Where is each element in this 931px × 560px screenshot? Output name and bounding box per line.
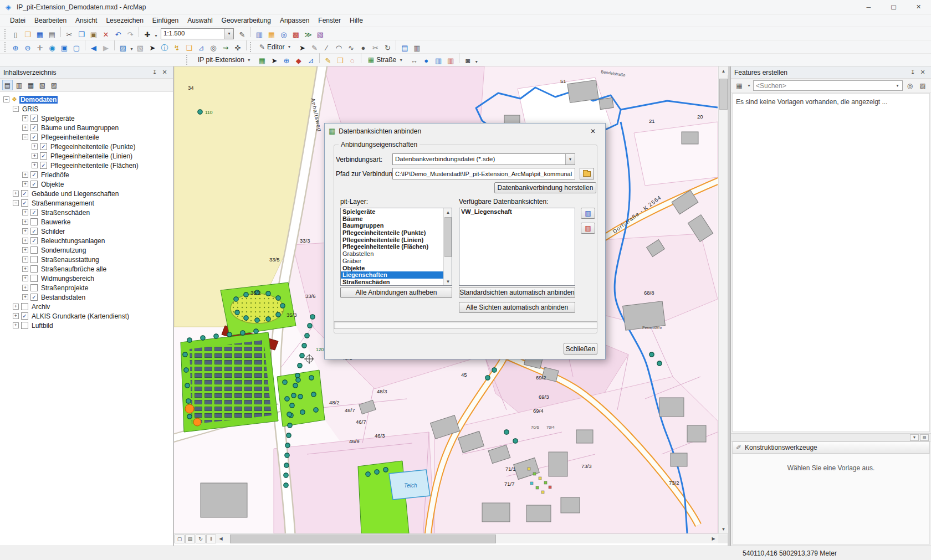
pit-select-tool-icon[interactable]: ➤ [269,55,280,66]
layer-checkbox[interactable] [21,322,28,329]
layer-list-item[interactable]: Pflegeeinheitenteile (Flächen) [341,243,443,250]
toc-item-schilder[interactable]: +✓Schilder [0,227,173,236]
layer-list-item[interactable]: Straßenschäden [341,279,443,286]
layer-checkbox[interactable]: ✓ [21,190,28,197]
toc-item-friedhöfe[interactable]: +✓Friedhöfe [0,170,173,179]
search-window-icon[interactable]: ◎ [278,29,289,40]
arc-segment-icon[interactable]: ◠ [333,42,344,53]
layer-list-item[interactable]: Gräber [341,258,443,265]
close-panel-icon[interactable]: ✕ [160,69,170,76]
layer-list-item[interactable]: Pflegeeinheitenteile (Punkte) [341,229,443,237]
add-data-dropdown-icon[interactable]: ▾ [154,33,158,38]
fixed-zoom-in-icon[interactable]: ▣ [59,42,70,53]
map-horizontal-scrollbar[interactable] [226,535,709,543]
refresh-view-button[interactable]: ↻ [196,535,206,543]
toc-item-bestandsdaten[interactable]: +✓Bestandsdaten [0,292,173,302]
menu-auswahl[interactable]: Auswahl [183,16,217,25]
toc-item-luftbild[interactable]: +Luftbild [0,321,173,330]
menu-bearbeiten[interactable]: Bearbeiten [30,16,71,25]
pit-layer-list[interactable]: SpielgeräteBäumeBaumgruppenPflegeeinheit… [340,208,452,286]
delete-icon[interactable]: ✕ [100,29,111,40]
rotate-tool-icon[interactable]: ↻ [382,42,393,53]
layer-checkbox[interactable]: ✓ [30,133,38,141]
print-icon[interactable]: ▤ [47,29,58,40]
strasse-dropdown-icon[interactable]: ▾ [398,58,403,63]
snapshot-icon[interactable]: ◙ [462,55,473,66]
toc-item-bauwerke[interactable]: +Bauwerke [0,217,173,227]
maximize-button[interactable]: ▢ [881,0,906,14]
toolbar-grip[interactable] [4,42,7,52]
scroll-down-icon[interactable]: ▼ [719,525,728,533]
collapse-icon[interactable]: − [22,134,28,140]
identify-icon[interactable]: ⓘ [159,43,170,54]
scroll-left-icon[interactable]: ◀ [216,535,226,543]
layout-view-button[interactable]: ▤ [185,535,195,543]
unbind-all-button[interactable]: Alle Anbindungen aufheben [340,287,452,298]
layer-list-item[interactable]: Objekte [341,265,443,272]
layer-checkbox[interactable]: ✓ [30,228,38,235]
snapshot-dropdown-icon[interactable]: ▾ [474,59,479,64]
layer-checkbox[interactable]: ✓ [30,124,38,131]
html-popup-icon[interactable]: ❏ [183,42,195,53]
expand-icon[interactable]: + [22,219,28,225]
all-views-button[interactable]: Alle Sichten automatisch anbinden [459,302,575,313]
edit-session-icon[interactable]: ✎ [237,29,248,40]
layer-list-scrollbar[interactable]: ▲ ▼ [443,208,452,285]
layer-list-item[interactable]: Bäume [341,215,443,223]
toc-item-gebäude-und-liegenschaften[interactable]: +✓Gebäude und Liegenschaften [0,189,173,198]
edit-annotation-tool-icon[interactable]: ✎ [309,42,320,53]
pit-db-connect-icon[interactable]: ◌ [347,55,358,66]
pit-extension-dropdown-icon[interactable]: ▾ [247,58,252,63]
toc-item-straßenmanagement[interactable]: −✓Straßenmanagement [0,198,173,208]
search-dropdown-icon[interactable]: ▾ [895,83,900,88]
select-elements-icon[interactable]: ➤ [147,42,158,53]
new-document-icon[interactable]: ▯ [10,29,21,40]
previous-extent-icon[interactable]: ◀ [88,42,99,53]
toc-item-sondernutzung[interactable]: +Sondernutzung [0,245,173,255]
toc-item-demodaten[interactable]: −❖Demodaten [0,95,173,104]
pit-extension-menu[interactable]: IP pit-Extension ▾ [192,54,255,65]
edit-tool-icon[interactable]: ➤ [296,42,308,53]
layer-checkbox[interactable] [30,284,38,291]
verbindungsart-dropdown-icon[interactable]: ▾ [565,154,575,165]
panel-options-icon[interactable]: ▨ [917,80,928,91]
expand-icon[interactable]: + [22,256,28,263]
expand-icon[interactable]: + [22,181,28,187]
toc-item-spielgeräte[interactable]: +✓Spielgeräte [0,114,173,123]
toc-item-widmungsbereich[interactable]: +Widmungsbereich [0,274,173,283]
editor-menu[interactable]: ✎ Editor ▾ [256,42,295,53]
scale-combobox[interactable]: 1:1.500 ▾ [161,28,234,39]
pause-drawing-button[interactable]: ‖ [206,535,216,543]
database-views-list[interactable]: VW_Liegenschaft [459,208,575,286]
find-route-icon[interactable]: ⇝ [220,42,231,53]
scroll-up-icon[interactable]: ▲ [444,208,452,216]
expand-icon[interactable]: + [13,304,19,310]
select-features-dropdown-icon[interactable]: ▾ [129,47,134,52]
attributes-window-icon[interactable]: ▤ [399,42,410,53]
expand-icon[interactable]: + [22,285,28,291]
menu-datei[interactable]: Datei [6,16,30,25]
close-button[interactable]: ✕ [906,0,931,14]
layer-checkbox[interactable]: ✓ [30,115,38,122]
expand-icon[interactable]: + [13,322,19,328]
save-icon[interactable]: ▦ [34,29,45,40]
catalog-window-icon[interactable]: ▦ [266,29,277,40]
layer-list-item[interactable]: Liegenschaften [341,271,443,279]
organize-templates-dropdown-icon[interactable]: ▾ [746,83,751,88]
toolbar-grip[interactable] [186,55,188,65]
paste-icon[interactable]: ▣ [88,29,99,40]
select-features-icon[interactable]: ▨ [117,42,129,53]
toc-item-straßenprojekte[interactable]: +Straßenprojekte [0,283,173,292]
toolbar-grip[interactable] [250,42,252,52]
layer-checkbox[interactable] [30,246,38,254]
layer-checkbox[interactable]: ✓ [40,143,47,150]
expand-icon[interactable]: + [22,228,28,234]
expand-icon[interactable]: + [13,313,19,319]
list-by-source-icon[interactable]: ▥ [14,80,24,90]
schliessen-button[interactable]: Schließen [564,343,597,355]
organize-templates-icon[interactable]: ▦ [734,80,745,91]
layer-checkbox[interactable] [21,303,28,310]
menu-hilfe[interactable]: Hilfe [345,16,367,25]
dialog-close-icon[interactable]: ✕ [585,125,601,137]
layer-checkbox[interactable] [30,265,38,273]
